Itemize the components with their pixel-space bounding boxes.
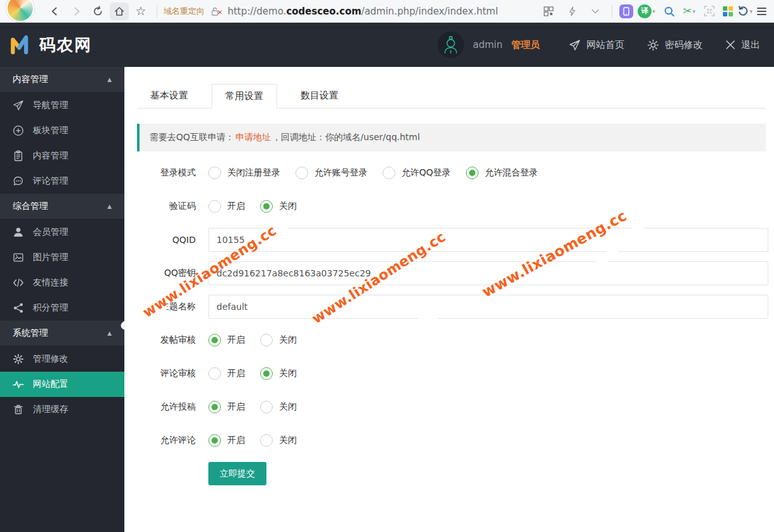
- radio-captcha-off[interactable]: 关闭: [260, 200, 297, 213]
- field-label: 评论审核: [124, 368, 208, 379]
- qr-code-icon[interactable]: [539, 3, 558, 20]
- collapse-triangle-icon: ▲: [107, 76, 112, 83]
- form-row-allow-comment: 允许评论 开启 关闭: [124, 429, 774, 452]
- sidebar-item-image-manage[interactable]: 图片管理: [0, 245, 124, 270]
- toolbar-divider: [157, 5, 157, 18]
- qqid-input[interactable]: [208, 228, 768, 252]
- lightning-icon[interactable]: [563, 3, 581, 20]
- radio-allow-post-off[interactable]: 关闭: [260, 401, 297, 413]
- bookmark-star-icon[interactable]: ☆: [131, 3, 150, 20]
- tab-basic-settings[interactable]: 基本设置: [137, 84, 201, 109]
- sidebar-section-general[interactable]: 综合管理▲: [0, 194, 124, 220]
- radio-allow-account-login[interactable]: 允许账号登录: [295, 167, 367, 179]
- forward-icon[interactable]: [67, 3, 86, 20]
- form-row-qqkey: QQ密钥: [124, 261, 774, 285]
- radio-allow-mixed-login[interactable]: 允许混合登录: [466, 167, 538, 179]
- image-icon: [13, 252, 24, 263]
- sidebar-item-comment-manage[interactable]: 评论管理: [0, 168, 124, 194]
- radio-captcha-on[interactable]: 开启: [208, 200, 245, 213]
- radio-icon: [383, 167, 395, 179]
- form-row-qqid: QQID: [124, 228, 774, 252]
- radio-checked-icon: [260, 200, 273, 213]
- sidebar-item-friend-links[interactable]: 友情连接: [0, 270, 124, 295]
- tab-common-settings[interactable]: 常用设置: [211, 84, 277, 109]
- insecure-lock-icon[interactable]: ✕: [211, 7, 222, 16]
- sidebar-item-board-manage[interactable]: 板块管理: [0, 118, 124, 143]
- qqkey-input[interactable]: [208, 261, 768, 285]
- field-label: 允许评论: [124, 435, 208, 446]
- share-icon: [13, 302, 24, 314]
- close-icon: [725, 40, 735, 50]
- radio-comment-review-off[interactable]: 关闭: [260, 367, 297, 380]
- radio-icon: [208, 167, 221, 179]
- sidebar-item-nav-manage[interactable]: 导航管理: [0, 93, 124, 118]
- radio-post-review-off[interactable]: 关闭: [260, 334, 297, 346]
- chevron-down-icon[interactable]: [586, 3, 605, 20]
- sidebar-item-admin-edit[interactable]: 管理修改: [0, 346, 124, 372]
- site-logo[interactable]: 码农网: [9, 34, 92, 56]
- field-label: 验证码: [124, 201, 208, 212]
- collapse-triangle-icon: ▲: [107, 203, 112, 210]
- url-prefix: http://demo.: [227, 6, 286, 17]
- scissors-icon[interactable]: ✂▾: [683, 6, 696, 16]
- pulse-icon: [13, 379, 24, 390]
- back-icon[interactable]: [45, 3, 64, 20]
- field-label: 登录模式: [124, 167, 208, 179]
- paper-plane-icon: [569, 39, 581, 51]
- tab-number-settings[interactable]: 数目设置: [287, 84, 352, 109]
- radio-close-register-login[interactable]: 关闭注册登录: [208, 167, 280, 179]
- user-avatar[interactable]: [438, 32, 464, 58]
- sidebar-item-member-manage[interactable]: 会员管理: [0, 220, 124, 245]
- browser-profile-avatar[interactable]: [6, 0, 34, 22]
- main-content: 基本设置 常用设置 数目设置 需要去QQ互联申请：申请地址，回调地址：你的域名/…: [124, 67, 774, 532]
- gear-icon: [647, 39, 659, 51]
- nav-site-home[interactable]: 网站首页: [569, 39, 624, 51]
- avatar-person-icon: [440, 34, 461, 56]
- radio-checked-icon: [208, 434, 221, 447]
- logo-m-icon: [9, 35, 34, 55]
- radio-allow-qq-login[interactable]: 允许QQ登录: [383, 167, 451, 179]
- radio-icon: [208, 367, 221, 380]
- refresh-icon[interactable]: [88, 3, 107, 20]
- mobile-view-icon[interactable]: [619, 4, 633, 18]
- browser-extension-icons: 译▾ ✂▾ ▾: [539, 3, 774, 20]
- nav-logout[interactable]: 退出: [725, 39, 760, 51]
- sidebar-section-system[interactable]: 系统管理▲: [0, 321, 124, 346]
- translate-icon[interactable]: 译▾: [638, 4, 655, 18]
- theme-name-input[interactable]: [208, 295, 768, 319]
- radio-allow-comment-on[interactable]: 开启: [208, 434, 245, 447]
- field-label: QQ密钥: [124, 268, 208, 279]
- radio-comment-review-on[interactable]: 开启: [208, 367, 245, 380]
- redirect-badge[interactable]: 域名重定向: [164, 6, 205, 17]
- field-label: 允许投稿: [124, 401, 208, 413]
- sidebar-section-content[interactable]: 内容管理▲: [0, 67, 124, 93]
- apply-address-link[interactable]: 申请地址: [235, 132, 271, 143]
- screenshot-frame-icon[interactable]: [700, 3, 718, 20]
- sidebar-item-clear-cache[interactable]: 清理缓存: [0, 397, 124, 422]
- radio-allow-post-on[interactable]: 开启: [208, 401, 245, 413]
- radio-allow-comment-off[interactable]: 关闭: [260, 434, 297, 447]
- radio-icon: [295, 167, 308, 179]
- header-nav: 网站首页 密码修改 退出: [569, 39, 760, 51]
- field-label: 发帖审核: [124, 334, 208, 346]
- undo-icon[interactable]: ▾: [737, 6, 753, 16]
- trash-icon: [13, 404, 24, 415]
- apps-grid-icon[interactable]: [723, 6, 733, 16]
- form-row-allow-post: 允许投稿 开启 关闭: [124, 395, 774, 419]
- url-domain: codesceo.com: [286, 6, 361, 17]
- clipboard-icon: [13, 150, 24, 162]
- menu-icon[interactable]: [757, 8, 766, 15]
- radio-icon: [260, 401, 273, 413]
- submit-button[interactable]: 立即提交: [208, 462, 266, 485]
- sidebar-item-content-manage[interactable]: 内容管理: [0, 143, 124, 168]
- home-icon[interactable]: [110, 3, 129, 20]
- search-icon[interactable]: [660, 3, 679, 20]
- radio-post-review-on[interactable]: 开启: [208, 334, 245, 346]
- sidebar-item-site-config[interactable]: 网站配置: [0, 372, 124, 397]
- address-bar[interactable]: http://demo.codesceo.com/admin.php/index…: [227, 6, 497, 17]
- radio-icon: [260, 334, 273, 346]
- app-header: 码农网 admin 管理员 网站首页 密码修改: [0, 23, 774, 67]
- sidebar-item-points-manage[interactable]: 积分管理: [0, 295, 124, 321]
- nav-change-password[interactable]: 密码修改: [647, 39, 703, 51]
- qq-notice-bar: 需要去QQ互联申请：申请地址，回调地址：你的域名/user/qq.html: [137, 124, 766, 151]
